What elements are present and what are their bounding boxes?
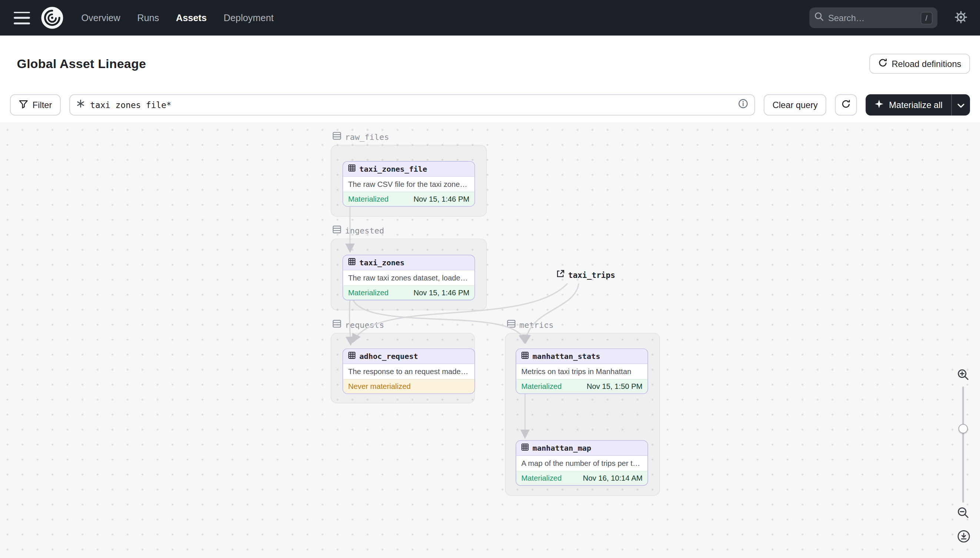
group-icon — [333, 320, 341, 330]
zoom-slider-track — [962, 387, 964, 503]
asset-name: manhattan_stats — [533, 352, 600, 361]
filter-button[interactable]: Filter — [10, 94, 61, 115]
asset-node-manhattan-map[interactable]: manhattan_map A map of the number of tri… — [516, 440, 648, 486]
asset-node-header: manhattan_map — [516, 441, 647, 456]
materialize-all-button[interactable]: Materialize all — [866, 94, 952, 115]
asset-node-taxi-zones[interactable]: taxi_zones The raw taxi zones dataset, l… — [343, 255, 475, 300]
table-icon — [348, 164, 356, 174]
info-icon[interactable] — [738, 99, 748, 112]
group-icon — [507, 320, 516, 330]
external-asset-name: taxi_trips — [568, 270, 615, 279]
zoom-out-icon[interactable] — [955, 505, 971, 522]
asset-selection-input-wrap — [70, 94, 755, 115]
table-icon — [521, 351, 529, 361]
zoom-slider-thumb[interactable] — [959, 424, 968, 433]
nav-item-runs[interactable]: Runs — [137, 13, 159, 23]
zoom-in-icon[interactable] — [955, 367, 971, 384]
asset-node-manhattan-stats[interactable]: manhattan_stats Metrics on taxi trips in… — [516, 349, 648, 394]
asset-description: The raw CSV file for the taxi zones dat… — [343, 177, 474, 192]
asset-status-row: Materialized Nov 15, 1:46 PM — [343, 192, 474, 206]
status-timestamp: Nov 15, 1:50 PM — [587, 382, 642, 391]
top-navbar: Overview Runs Assets Deployment / — [0, 0, 980, 36]
asset-name: taxi_zones — [359, 258, 404, 267]
materialize-icon — [875, 99, 884, 110]
asset-status-row: Materialized Nov 16, 10:14 AM — [516, 471, 647, 485]
app-screen: Overview Runs Assets Deployment / Global… — [0, 0, 980, 558]
nav-item-deployment[interactable]: Deployment — [224, 13, 274, 23]
reload-definitions-label: Reload definitions — [892, 59, 962, 69]
hamburger-menu-icon[interactable] — [14, 11, 30, 24]
asset-name: taxi_zones_file — [359, 165, 427, 174]
asset-node-header: taxi_zones_file — [343, 162, 474, 177]
asset-node-header: adhoc_request — [343, 349, 474, 364]
zoom-controls — [954, 367, 972, 522]
filter-icon — [19, 100, 28, 110]
group-name: ingested — [345, 226, 384, 235]
status-label: Never materialized — [348, 382, 411, 391]
asset-status-row: Materialized Nov 15, 1:46 PM — [343, 285, 474, 300]
clear-query-label: Clear query — [772, 100, 818, 110]
asset-description: The raw taxi zones dataset, loaded int… — [343, 271, 474, 286]
dagster-logo[interactable] — [41, 6, 64, 29]
main-nav: Overview Runs Assets Deployment — [81, 13, 273, 23]
materialize-all-split-button: Materialize all — [866, 94, 970, 115]
refresh-button[interactable] — [835, 94, 857, 115]
group-name: requests — [345, 320, 384, 329]
asset-selection-input[interactable] — [90, 100, 733, 110]
slash-shortcut-badge: / — [921, 11, 932, 24]
materialize-options-caret[interactable] — [951, 94, 970, 115]
status-timestamp: Nov 15, 1:46 PM — [413, 289, 469, 297]
filter-label: Filter — [33, 100, 52, 110]
gear-icon[interactable] — [954, 10, 967, 26]
asset-status-row: Materialized Nov 15, 1:50 PM — [516, 379, 647, 393]
external-asset-taxi-trips[interactable]: taxi_trips — [556, 270, 615, 280]
asset-node-adhoc-request[interactable]: adhoc_request The response to an request… — [343, 349, 475, 394]
status-label: Materialized — [521, 382, 562, 391]
reload-definitions-button[interactable]: Reload definitions — [869, 54, 970, 74]
status-timestamp: Nov 15, 1:46 PM — [413, 195, 469, 204]
table-icon — [348, 258, 356, 267]
lineage-edges — [0, 123, 980, 558]
asset-description: Metrics on taxi trips in Manhattan — [516, 364, 647, 379]
asset-node-header: manhattan_stats — [516, 349, 647, 364]
status-label: Materialized — [348, 289, 389, 297]
asset-status-row: Never materialized — [343, 379, 474, 393]
group-name: metrics — [519, 320, 553, 329]
global-search[interactable]: / — [809, 7, 937, 28]
chevron-down-icon — [957, 100, 964, 110]
status-label: Materialized — [348, 195, 389, 204]
asset-name: manhattan_map — [533, 444, 591, 453]
lineage-canvas[interactable]: raw_files ingested requests metrics — [0, 123, 980, 558]
reload-icon — [878, 58, 887, 69]
asset-node-header: taxi_zones — [343, 255, 474, 271]
viewport: Overview Runs Assets Deployment / Global… — [0, 0, 980, 558]
nav-item-overview[interactable]: Overview — [81, 13, 120, 23]
asset-description: A map of the number of trips per taxi z… — [516, 456, 647, 471]
group-icon — [333, 132, 341, 142]
page-header: Global Asset Lineage Reload definitions — [0, 36, 980, 92]
asset-node-taxi-zones-file[interactable]: taxi_zones_file The raw CSV file for the… — [343, 161, 475, 207]
nav-item-assets[interactable]: Assets — [176, 13, 207, 23]
search-icon — [814, 12, 824, 24]
page-title: Global Asset Lineage — [17, 57, 146, 71]
clear-query-button[interactable]: Clear query — [764, 94, 826, 115]
asset-description: The response to an request made in th… — [343, 364, 474, 379]
table-icon — [348, 351, 356, 361]
external-link-icon — [556, 270, 565, 280]
asset-name: adhoc_request — [359, 352, 418, 361]
group-icon — [333, 225, 341, 235]
zoom-slider[interactable] — [954, 387, 972, 503]
status-label: Materialized — [521, 474, 562, 483]
group-name: raw_files — [345, 132, 389, 141]
search-input[interactable] — [828, 13, 916, 23]
materialize-all-label: Materialize all — [889, 100, 942, 110]
table-icon — [521, 443, 529, 453]
lineage-toolbar: Filter Clear query Materialize — [0, 94, 980, 115]
selector-icon — [76, 99, 85, 110]
refresh-icon — [842, 99, 851, 110]
status-timestamp: Nov 16, 10:14 AM — [583, 474, 642, 483]
download-icon[interactable] — [955, 528, 972, 547]
